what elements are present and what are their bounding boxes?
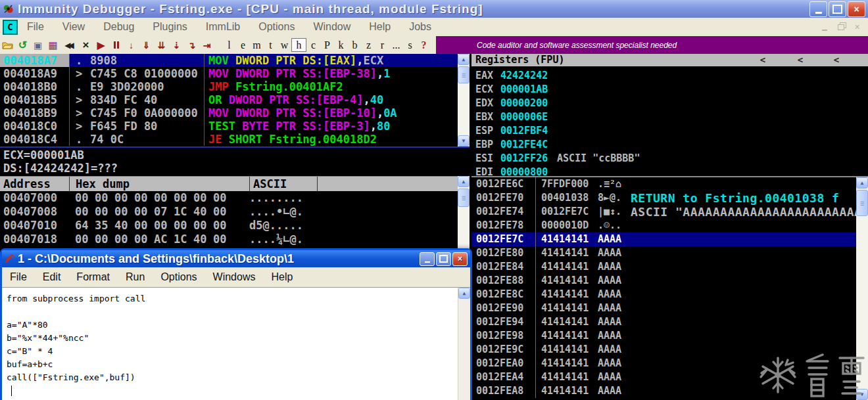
python-idle-window[interactable]: 1 - C:\Documents and Settings\finback\De… xyxy=(0,248,472,400)
toolbar-letter-t[interactable]: t xyxy=(264,38,277,52)
step-over-icon[interactable]: ⇓ xyxy=(139,38,153,52)
python-editor-area[interactable]: from subprocess import calla="A"*80b="%x… xyxy=(2,287,470,400)
execute-till-return-icon[interactable]: ↴ xyxy=(185,38,199,52)
scroll-up-icon[interactable]: ▲ xyxy=(458,54,470,65)
scroll-up-icon[interactable]: ▲ xyxy=(458,288,470,299)
pause-icon[interactable] xyxy=(109,38,123,52)
scroll-thumb[interactable]: ≡ xyxy=(458,66,470,83)
stack-row[interactable]: 0012FE9841414141AAAA xyxy=(471,329,868,343)
dump-row[interactable]: 004070000000000000000000........ xyxy=(0,191,470,205)
stack-row[interactable]: 0012FE8841414141AAAA xyxy=(471,274,868,288)
dump-header-address[interactable]: Address xyxy=(0,177,70,191)
stack-row[interactable]: 0012FE8041414141AAAA xyxy=(471,246,868,260)
toolbar-letter-z[interactable]: z xyxy=(362,38,375,52)
menu-file[interactable]: File xyxy=(18,21,53,32)
disasm-row[interactable]: 004018B0.E9 3D020000JMP Fstring.00401AF2 xyxy=(0,80,470,93)
disasm-row[interactable]: 004018B9>C745 F0 0A000000MOV DWORD PTR S… xyxy=(0,106,470,120)
registers-pane[interactable]: Registers (FPU) < < < EAX42424242ECX0000… xyxy=(471,54,868,177)
scroll-up-icon[interactable]: ▲ xyxy=(856,177,868,189)
register-row-eax[interactable]: EAX42424242 xyxy=(471,69,868,83)
toolbar-letter-r[interactable]: r xyxy=(375,38,389,52)
stack-row[interactable]: 0012FE8441414141AAAA xyxy=(471,260,868,274)
python-scrollbar[interactable]: ▲ xyxy=(458,288,470,400)
python-maximize-button[interactable] xyxy=(436,252,451,266)
maximize-button[interactable] xyxy=(829,1,846,17)
windows-icon[interactable]: ▣ xyxy=(31,38,45,52)
disasm-row[interactable]: 004018B5>834D FC 40OR DWORD PTR SS:[EBP-… xyxy=(0,93,470,106)
register-row-edi[interactable]: EDI00000800 xyxy=(471,166,868,177)
rewind-icon[interactable]: ◀◀ xyxy=(61,38,78,52)
log-window-icon[interactable]: ▦ xyxy=(46,38,60,52)
disassembly-pane[interactable]: 004018A7.8908MOV DWORD PTR DS:[EAX],ECX0… xyxy=(0,54,470,146)
menu-plugins[interactable]: Plugins xyxy=(143,21,196,32)
scroll-up-icon[interactable]: ▲ xyxy=(458,176,470,187)
python-menu-file[interactable]: File xyxy=(2,271,35,283)
stack-row[interactable]: 0012FE9041414141AAAA xyxy=(471,301,868,315)
stack-row[interactable]: 0012FE6C7FFDF000.≡²⌂ xyxy=(471,177,868,191)
collapse-chevron-icon[interactable]: < xyxy=(795,54,806,66)
stack-row[interactable]: 0012FE780000010D.☺.. xyxy=(471,219,868,233)
toolbar-letter-l[interactable]: l xyxy=(222,38,236,52)
menu-immlib[interactable]: ImmLib xyxy=(197,21,249,32)
python-menu-edit[interactable]: Edit xyxy=(35,271,69,283)
python-close-button[interactable]: × xyxy=(452,252,468,266)
python-menu-run[interactable]: Run xyxy=(118,271,153,283)
python-menu-windows[interactable]: Windows xyxy=(205,271,264,283)
toolbar-letter-help[interactable]: ? xyxy=(417,38,431,52)
python-menu-help[interactable]: Help xyxy=(263,271,301,283)
go-to-icon[interactable]: ⇥ xyxy=(200,38,214,52)
cpu-window-icon[interactable]: C xyxy=(3,20,18,35)
menu-window[interactable]: Window xyxy=(304,21,360,32)
dump-row[interactable]: 0040700800000000071C4000....•∟@. xyxy=(0,205,470,219)
run-icon[interactable]: ▶ xyxy=(94,38,108,52)
register-row-ebp[interactable]: EBP0012FE4C xyxy=(471,138,868,152)
register-row-ebx[interactable]: EBX0000006E xyxy=(471,110,868,124)
menu-jobs[interactable]: Jobs xyxy=(400,21,441,32)
python-minimize-button[interactable] xyxy=(420,252,435,266)
restart-icon[interactable]: ↺ xyxy=(16,38,30,52)
disasm-row[interactable]: 004018C4.74 0CJE SHORT Fstring.004018D2 xyxy=(0,133,470,146)
toolbar-letter-c[interactable]: c xyxy=(306,38,320,52)
menu-options[interactable]: Options xyxy=(249,21,304,32)
toolbar-letter-e[interactable]: e xyxy=(236,38,250,52)
toolbar-letter-ellipsis[interactable]: ... xyxy=(389,38,403,52)
collapse-chevron-icon[interactable]: < xyxy=(758,54,768,66)
animate-into-icon[interactable]: ⇊ xyxy=(155,38,168,52)
minimize-button[interactable] xyxy=(809,1,827,17)
stack-row[interactable]: 0012FE70004010388►@.RETURN to Fstring.00… xyxy=(471,191,868,205)
collapse-chevron-icon[interactable]: < xyxy=(831,54,842,66)
python-menu-format[interactable]: Format xyxy=(68,271,118,283)
scroll-thumb[interactable]: ≡ xyxy=(458,189,470,207)
mdi-close-button[interactable]: × xyxy=(849,20,865,33)
menu-debug[interactable]: Debug xyxy=(94,21,143,32)
menu-view[interactable]: View xyxy=(53,21,94,32)
toolbar-letter-k[interactable]: k xyxy=(334,38,348,52)
info-pane[interactable]: ECX=000001AB DS:[42424242]=??? xyxy=(0,148,470,177)
toolbar-letter-s[interactable]: s xyxy=(403,38,417,52)
menu-help[interactable]: Help xyxy=(360,21,400,32)
open-file-icon[interactable] xyxy=(1,38,14,52)
close-button[interactable]: × xyxy=(848,1,865,17)
dump-row[interactable]: 0040701800000000AC1C4000....¼∟@. xyxy=(0,233,470,246)
scroll-thumb[interactable]: ≡ xyxy=(856,190,868,216)
toolbar-letter-P[interactable]: P xyxy=(320,38,334,52)
stack-row[interactable]: 0012FE7C41414141AAAA xyxy=(471,233,868,246)
mdi-restore-button[interactable] xyxy=(832,20,849,33)
toolbar-letter-m[interactable]: m xyxy=(250,38,264,52)
disassembly-scrollbar[interactable]: ▲ ≡ ▼ xyxy=(458,54,470,146)
animate-over-icon[interactable]: ⇣ xyxy=(170,38,183,52)
register-row-esi[interactable]: ESI0012FF26ASCII "ccBBBB" xyxy=(471,152,868,166)
stack-row[interactable]: 0012FE740012FE7C|■↕.ASCII "AAAAAAAAAAAAA… xyxy=(471,205,868,219)
dump-header-ascii[interactable]: ASCII xyxy=(250,177,318,191)
stack-row[interactable]: 0012FE8C41414141AAAA xyxy=(471,288,868,301)
toolbar-letter-w[interactable]: w xyxy=(277,38,291,52)
stack-row[interactable]: 0012FE9441414141AAAA xyxy=(471,315,868,329)
mdi-minimize-button[interactable] xyxy=(816,20,832,33)
toolbar-letter-h[interactable]: h xyxy=(291,38,306,52)
python-menu-options[interactable]: Options xyxy=(153,271,205,283)
close-program-icon[interactable]: × xyxy=(79,38,93,52)
disasm-row[interactable]: 004018A9>C745 C8 01000000MOV DWORD PTR S… xyxy=(0,67,470,80)
register-row-ecx[interactable]: ECX000001AB xyxy=(471,83,868,97)
toolbar-letter-b[interactable]: b xyxy=(348,38,362,52)
step-into-icon[interactable]: ↓ xyxy=(124,38,138,52)
